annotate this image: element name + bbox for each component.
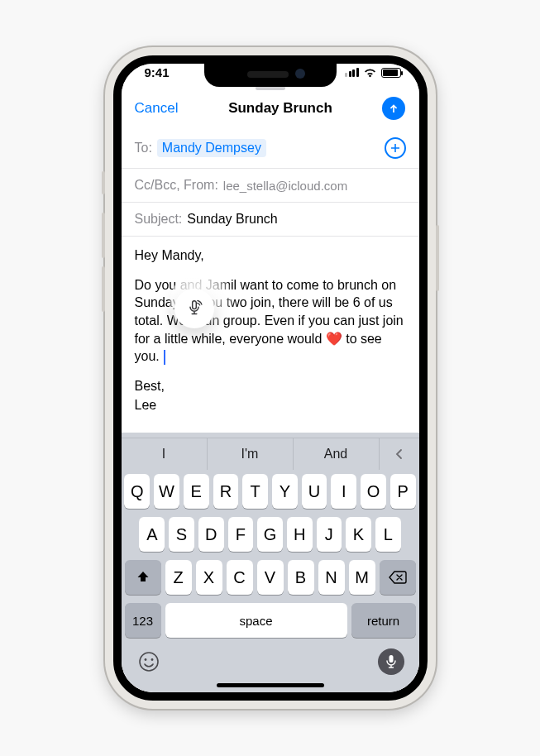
compose-sheet: Cancel Sunday Brunch To: Mandy Dempsey C… (122, 81, 419, 692)
compose-navbar: Cancel Sunday Brunch (122, 93, 419, 128)
status-time: 9:41 (145, 65, 170, 79)
svg-point-2 (151, 658, 153, 661)
sheet-grabber[interactable] (256, 86, 285, 90)
svg-rect-3 (389, 655, 393, 663)
key-row-3: Z X C V B N M (122, 556, 419, 599)
volume-up-button (102, 213, 105, 258)
to-row[interactable]: To: Mandy Dempsey (122, 128, 419, 169)
to-label: To: (135, 141, 152, 156)
body-greeting: Hey Mandy, (135, 246, 406, 265)
body-paragraph: Do you and Jamil want to come to brunch … (135, 276, 406, 366)
email-body[interactable]: Hey Mandy, Do you and Jamil want to come… (122, 237, 419, 433)
key-row-4: 123 space return (122, 599, 419, 642)
key-l[interactable]: L (375, 517, 401, 552)
key-d[interactable]: D (198, 517, 224, 552)
backspace-icon (389, 571, 407, 584)
key-s[interactable]: S (169, 517, 194, 552)
cancel-button[interactable]: Cancel (135, 100, 179, 117)
voice-control-bubble[interactable] (174, 289, 214, 328)
key-e[interactable]: E (184, 474, 209, 509)
cellular-signal-icon (345, 68, 359, 77)
shift-key[interactable] (125, 560, 161, 595)
key-b[interactable]: B (288, 560, 314, 595)
svg-point-0 (140, 653, 158, 671)
phone-frame: 9:41 Cancel Sunday Brunch (105, 47, 436, 709)
key-o[interactable]: O (361, 474, 386, 509)
key-m[interactable]: M (349, 560, 375, 595)
side-button (436, 225, 439, 291)
shift-icon (136, 570, 151, 585)
key-t[interactable]: T (242, 474, 268, 509)
from-email: lee_stella@icloud.com (223, 179, 347, 193)
backspace-key[interactable] (380, 560, 416, 595)
status-right (345, 68, 401, 78)
key-v[interactable]: V (257, 560, 284, 595)
home-indicator[interactable] (217, 683, 324, 687)
volume-down-button (102, 266, 105, 312)
key-i[interactable]: I (331, 474, 356, 509)
notch (204, 64, 337, 87)
ccbcc-row[interactable]: Cc/Bcc, From: lee_stella@icloud.com (122, 169, 419, 203)
key-y[interactable]: Y (272, 474, 298, 509)
key-z[interactable]: Z (165, 560, 192, 595)
subject-row[interactable]: Subject: Sunday Brunch (122, 203, 419, 237)
signature-name: Lee (135, 396, 406, 414)
keyboard: I I'm And Q W E R T Y U I O (122, 433, 419, 692)
emoji-icon (138, 651, 160, 672)
key-r[interactable]: R (213, 474, 239, 509)
send-button[interactable] (382, 97, 405, 120)
key-x[interactable]: X (196, 560, 222, 595)
space-key[interactable]: space (165, 603, 347, 638)
key-f[interactable]: F (228, 517, 254, 552)
voice-control-icon (185, 299, 203, 318)
recipient-name: Mandy Dempsey (162, 141, 261, 155)
text-cursor (164, 350, 165, 365)
silent-switch (102, 171, 105, 194)
subject-label: Subject: (135, 212, 183, 227)
heart-icon: ❤️ (326, 332, 342, 346)
keyboard-bottom-row (122, 642, 419, 682)
key-c[interactable]: C (227, 560, 253, 595)
prediction-bar: I I'm And (122, 438, 419, 470)
add-recipient-button[interactable] (385, 137, 406, 159)
key-j[interactable]: J (317, 517, 342, 552)
microphone-icon (385, 654, 397, 669)
prediction-1[interactable]: I (122, 438, 208, 470)
subject-value: Sunday Brunch (187, 212, 277, 227)
plus-icon (389, 142, 401, 154)
prediction-3[interactable]: And (294, 438, 380, 470)
key-row-2: A S D F G H J K L (122, 513, 419, 556)
key-u[interactable]: U (302, 474, 327, 509)
wifi-icon (363, 68, 377, 78)
battery-icon (381, 68, 401, 78)
ccbcc-label: Cc/Bcc, From: (135, 178, 218, 193)
numbers-key[interactable]: 123 (125, 603, 161, 638)
key-p[interactable]: P (390, 474, 416, 509)
compose-title: Sunday Brunch (228, 100, 332, 117)
key-h[interactable]: H (287, 517, 313, 552)
svg-point-1 (144, 658, 146, 661)
recipient-chip[interactable]: Mandy Dempsey (157, 139, 266, 157)
key-g[interactable]: G (257, 517, 283, 552)
key-w[interactable]: W (154, 474, 179, 509)
prediction-collapse[interactable] (380, 438, 419, 470)
prediction-2[interactable]: I'm (208, 438, 294, 470)
key-row-1: Q W E R T Y U I O P (122, 470, 419, 513)
dictation-button[interactable] (378, 648, 404, 675)
key-k[interactable]: K (346, 517, 371, 552)
signature-best: Best, (135, 377, 406, 395)
key-q[interactable]: Q (124, 474, 150, 509)
key-n[interactable]: N (318, 560, 345, 595)
arrow-up-icon (388, 103, 399, 114)
screen: 9:41 Cancel Sunday Brunch (113, 55, 428, 701)
chevron-left-icon (394, 448, 405, 460)
return-key[interactable]: return (351, 603, 416, 638)
emoji-button[interactable] (136, 649, 161, 674)
key-a[interactable]: A (139, 517, 165, 552)
